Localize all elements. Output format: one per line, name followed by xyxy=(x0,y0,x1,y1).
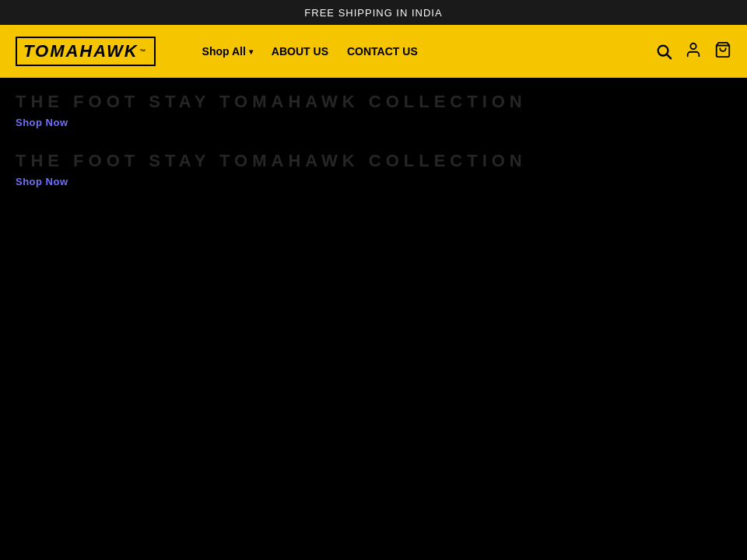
shop-now-button-1[interactable]: Shop Now xyxy=(16,117,68,128)
logo-tm: ™ xyxy=(140,48,148,55)
hero-headline-2: THE FOOT STAY TOMAHAWK COLLECTION xyxy=(16,151,731,171)
svg-line-1 xyxy=(667,54,671,58)
hero-text-second: THE FOOT STAY TOMAHAWK COLLECTION Shop N… xyxy=(16,151,731,188)
nav-about-us[interactable]: ABOUT US xyxy=(272,45,328,58)
header-right xyxy=(655,41,731,62)
hero-text-container: THE FOOT STAY TOMAHAWK COLLECTION Shop N… xyxy=(0,92,747,188)
hero-headline-1: THE FOOT STAY TOMAHAWK COLLECTION xyxy=(16,92,731,112)
nav: Shop All ▾ ABOUT US CONTACT US xyxy=(202,45,418,58)
announcement-text: FREE SHIPPING IN INDIA xyxy=(304,7,442,19)
person-icon xyxy=(685,41,702,58)
hero-section: THE FOOT STAY TOMAHAWK COLLECTION Shop N… xyxy=(0,78,747,560)
header: TOMAHAWK™ Shop All ▾ ABOUT US CONTACT US xyxy=(0,25,747,78)
logo-text: TOMAHAWK xyxy=(23,41,139,61)
chevron-down-icon: ▾ xyxy=(249,47,253,56)
cart-icon xyxy=(714,41,731,58)
nav-shop-all[interactable]: Shop All ▾ xyxy=(202,45,253,58)
shop-now-button-2[interactable]: Shop Now xyxy=(16,176,68,187)
search-icon xyxy=(655,43,672,60)
cart-button[interactable] xyxy=(714,41,731,62)
logo[interactable]: TOMAHAWK™ xyxy=(16,37,156,66)
login-button[interactable] xyxy=(685,41,702,62)
header-icons xyxy=(685,41,731,62)
svg-point-2 xyxy=(690,43,696,48)
nav-contact-us[interactable]: CONTACT US xyxy=(347,45,418,58)
announcement-bar: FREE SHIPPING IN INDIA xyxy=(0,0,747,25)
search-button[interactable] xyxy=(655,43,672,60)
